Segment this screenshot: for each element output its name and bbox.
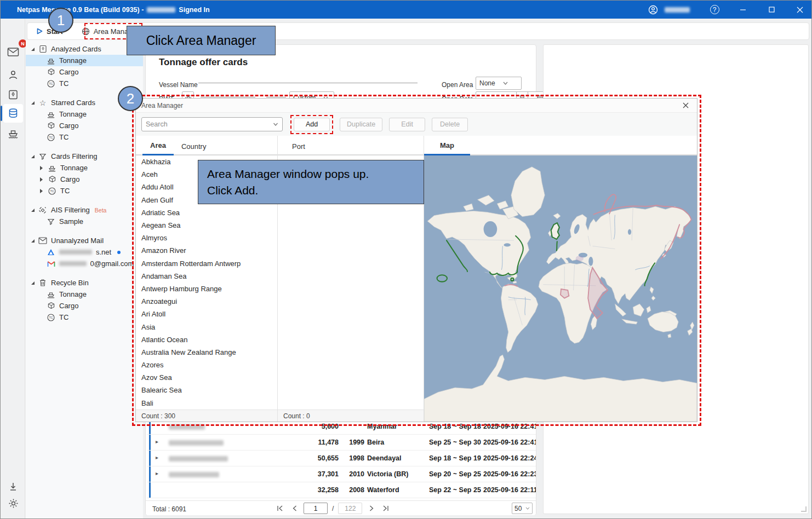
expander-open-icon[interactable]	[31, 209, 35, 212]
page-number-input[interactable]	[304, 503, 328, 514]
expander-open-icon[interactable]	[31, 155, 35, 158]
table-row[interactable]: ▸ 11,478 1999 Beira Sep 25 ~ Sep 30 2025…	[147, 435, 536, 451]
area-list-item[interactable]: Adriatic Sea	[136, 206, 277, 219]
area-list-item[interactable]: Australia New Zealand Range	[136, 346, 277, 359]
sidebar-item-mail-account-2[interactable]: 0@gmail.com	[26, 258, 143, 269]
dwt-min-input[interactable]	[201, 88, 255, 97]
close-button[interactable]	[793, 3, 807, 17]
account-button[interactable]	[648, 5, 693, 15]
last-page-button[interactable]	[381, 503, 391, 514]
help-button[interactable]: ?	[707, 3, 722, 17]
sidebar-item-recycle-tc[interactable]: TC TC	[26, 312, 143, 323]
area-list-item[interactable]: Anzoategui	[136, 295, 277, 308]
tab-port[interactable]: Port	[284, 137, 313, 155]
sidebar-section-cards-filtering[interactable]: Cards Filtering	[26, 151, 143, 162]
search-input[interactable]	[146, 120, 273, 128]
table-row[interactable]: 32,258 2008 Waterford Sep 22 ~ Sep 25 20…	[147, 482, 536, 498]
open-area-select[interactable]: None	[476, 77, 522, 90]
rail-mail-button[interactable]: N	[3, 43, 23, 61]
user-circle-icon	[648, 5, 658, 15]
area-list-item[interactable]: Azores	[136, 359, 277, 371]
area-list-item[interactable]: Asia	[136, 320, 277, 333]
expander-open-icon[interactable]	[31, 48, 35, 51]
sidebar-item-filtering-tc[interactable]: TC TC	[26, 185, 143, 197]
sidebar-item-analyzed-tonnage[interactable]: Tonnage	[26, 55, 143, 66]
expander-open-icon[interactable]	[31, 101, 35, 105]
area-list-item[interactable]: Almyros	[136, 232, 277, 244]
expander-closed-icon[interactable]	[40, 177, 43, 182]
resize-grip[interactable]	[801, 506, 807, 512]
next-page-button[interactable]	[367, 503, 376, 514]
row-expander-icon[interactable]: ▸	[156, 470, 158, 476]
area-list-item[interactable]: Ari Atoll	[136, 308, 277, 320]
section-label: AIS Filtering	[51, 206, 90, 214]
cell-open-port: Deendayal	[367, 454, 427, 462]
expander-open-icon[interactable]	[31, 281, 35, 285]
area-list-item[interactable]: Aegean Sea	[136, 219, 277, 232]
area-list-item[interactable]: Azov Sea	[136, 371, 277, 384]
cell-updated: 2025-09-16 22:24	[483, 454, 536, 462]
redacted-email	[59, 261, 87, 266]
area-list-item[interactable]: Amazon River	[136, 244, 277, 257]
sidebar-item-ais-sample[interactable]: Sample	[26, 216, 143, 227]
sidebar-item-recycle-cargo[interactable]: Cargo	[26, 300, 143, 312]
vessel-name-input[interactable]	[198, 73, 418, 83]
area-list-item[interactable]: Bali	[136, 397, 277, 410]
table-row[interactable]: ▸ 50,655 1998 Deendayal Sep 18 ~ Sep 19 …	[147, 451, 536, 466]
dialog-close-button[interactable]	[679, 100, 691, 112]
row-expander-icon[interactable]: ▸	[156, 439, 158, 445]
page-size-select[interactable]: 50	[512, 503, 533, 514]
table-row[interactable]: ▸ 37,301 2010 Victoria (BR) Sep 20 ~ Sep…	[147, 466, 536, 482]
rail-settings-button[interactable]	[3, 494, 23, 512]
cell-updated: 2025-09-16 22:41	[483, 439, 536, 446]
sidebar-item-starred-tc[interactable]: TC TC	[26, 131, 143, 143]
area-list-item[interactable]: Atlantic Ocean	[136, 333, 277, 346]
sidebar-section-recycle-bin[interactable]: Recycle Bin	[26, 277, 143, 289]
sidebar-item-starred-cargo[interactable]: Cargo	[26, 120, 143, 131]
sidebar-item-recycle-tonnage[interactable]: Tonnage	[26, 289, 143, 300]
tab-map[interactable]: Map	[424, 137, 470, 155]
add-button[interactable]: Add	[294, 118, 330, 131]
area-list-item[interactable]: Balearic Sea	[136, 384, 277, 396]
edit-button[interactable]: Edit	[389, 118, 425, 131]
tab-area[interactable]: Area	[142, 137, 174, 155]
area-list-item[interactable]: Antwerp Hamburg Range	[136, 282, 277, 295]
download-icon	[8, 482, 18, 492]
sidebar-section-analyzed-cards[interactable]: Analyzed Cards	[26, 43, 143, 55]
sidebar-item-filtering-cargo[interactable]: Cargo	[26, 174, 143, 185]
duplicate-button[interactable]: Duplicate	[340, 118, 382, 131]
expander-closed-icon[interactable]	[40, 189, 43, 193]
tab-country[interactable]: Country	[174, 137, 214, 155]
world-map[interactable]	[424, 155, 697, 422]
prev-page-button[interactable]	[289, 503, 299, 514]
sidebar-item-analyzed-cargo[interactable]: Cargo	[26, 66, 143, 78]
rail-analyzer-button[interactable]	[3, 104, 23, 123]
pagination: /	[275, 503, 391, 514]
dwt-max-input[interactable]	[266, 88, 286, 97]
sidebar-item-mail-account-1[interactable]: s.net	[26, 246, 143, 258]
tree-item-label: TC	[59, 313, 68, 321]
first-page-button[interactable]	[275, 503, 285, 514]
section-label: Starred Cards	[51, 99, 95, 107]
close-icon	[683, 102, 689, 108]
maximize-button[interactable]	[764, 3, 779, 17]
sidebar-item-filtering-tonnage[interactable]: Tonnage	[26, 162, 143, 174]
expander-open-icon[interactable]	[31, 239, 35, 243]
cell-dwt: 37,301	[273, 470, 339, 478]
minimize-button[interactable]	[736, 3, 750, 17]
sidebar-section-ais-filtering[interactable]: AIS Filtering Beta	[26, 204, 143, 216]
area-search-combobox[interactable]	[141, 117, 283, 131]
rail-ship-button[interactable]	[3, 124, 23, 142]
rail-download-button[interactable]	[3, 477, 23, 496]
area-list-item[interactable]: Andaman Sea	[136, 270, 277, 282]
cargo-box-icon	[48, 175, 56, 184]
area-list-item[interactable]: Amsterdam Rotterdam Antwerp	[136, 257, 277, 270]
cell-updated: 2025-09-16 22:11	[483, 486, 536, 494]
cell-updated: 2025-09-16 22:23	[483, 470, 536, 478]
rail-contacts-button[interactable]	[3, 66, 23, 84]
row-expander-icon[interactable]: ▸	[156, 454, 158, 460]
delete-button[interactable]: Delete	[432, 118, 468, 131]
sidebar-section-unanalyzed-mail[interactable]: Unanalyzed Mail	[26, 235, 143, 246]
rail-cards-button[interactable]	[3, 85, 23, 104]
expander-closed-icon[interactable]	[40, 166, 43, 170]
